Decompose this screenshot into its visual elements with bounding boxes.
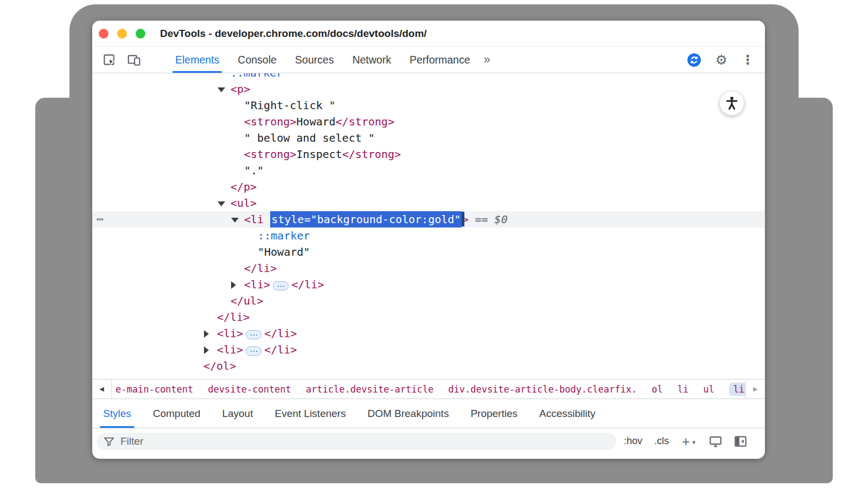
filter-input[interactable]: [120, 435, 610, 447]
tree-seg-tag: <strong>: [244, 115, 296, 128]
expand-arrow-icon[interactable]: [204, 330, 209, 338]
breadcrumb-item[interactable]: ul: [703, 384, 714, 395]
kebab-menu-icon[interactable]: ⋮: [742, 53, 754, 67]
panel-tab-accessibility[interactable]: Accessibility: [528, 399, 606, 428]
panel-tab-event-listeners[interactable]: Event Listeners: [264, 399, 356, 428]
tree-seg-text: " below and select ": [244, 131, 375, 144]
tree-row[interactable]: </li>: [92, 260, 765, 276]
inline-expand-icon[interactable]: …: [273, 281, 289, 290]
collapse-arrow-icon[interactable]: [231, 218, 239, 223]
breadcrumb-bar: ◀ e-main-contentdevsite-contentarticle.d…: [92, 379, 765, 399]
breadcrumb-item[interactable]: devsite-content: [208, 384, 291, 395]
tree-row[interactable]: "Howard": [92, 244, 765, 260]
accessibility-person-icon: [724, 96, 739, 111]
row-more-actions-icon[interactable]: …: [97, 208, 104, 225]
inline-expand-icon[interactable]: …: [246, 346, 261, 356]
zoom-button[interactable]: [136, 29, 145, 39]
filter-field[interactable]: [97, 433, 616, 450]
tree-seg-tag: <ul>: [231, 197, 257, 210]
tree-row[interactable]: <strong>Inspect</strong>: [92, 146, 765, 162]
tree-seg-attr-selected[interactable]: style="background-color:gold": [270, 211, 462, 227]
toolbar-tab-elements[interactable]: Elements: [166, 47, 228, 73]
inspect-element-icon[interactable]: [102, 53, 116, 67]
toolbar-right: ⚙ ⋮: [687, 52, 754, 68]
devtools-window: DevTools - developer.chrome.com/docs/dev…: [92, 21, 765, 459]
breadcrumb-item-selected[interactable]: li: [729, 383, 745, 396]
toggle-hover-state-button[interactable]: :hov: [624, 435, 642, 447]
tree-row[interactable]: <ul>: [92, 195, 765, 211]
tree-seg-text: Inspect: [296, 148, 342, 161]
tree-seg-tag: </strong>: [342, 148, 401, 161]
tree-row-selected[interactable]: …<li style="background-color:gold"> == $…: [92, 211, 765, 227]
tree-row[interactable]: </li>: [92, 309, 765, 325]
inline-expand-icon[interactable]: …: [246, 330, 261, 339]
tree-seg-text: "Howard": [258, 245, 310, 258]
tree-seg-text: "Right-click ": [244, 99, 336, 112]
accessibility-button[interactable]: [719, 91, 744, 116]
breadcrumb-item[interactable]: article.devsite-article: [306, 384, 433, 395]
tree-seg-tag: </ol>: [203, 359, 236, 372]
tree-seg-dollar: $0: [495, 213, 508, 226]
toggle-class-button[interactable]: .cls: [654, 435, 669, 447]
tree-seg-pseudo: ::marker: [258, 229, 310, 242]
tree-row[interactable]: <li>…</li>: [92, 276, 765, 293]
collapse-arrow-icon[interactable]: [218, 87, 225, 92]
tree-seg-tag: <li>: [217, 327, 243, 340]
toolbar-tab-sources[interactable]: Sources: [286, 47, 343, 73]
panel-tab-styles[interactable]: Styles: [92, 399, 142, 428]
device-toolbar-icon[interactable]: [127, 53, 141, 67]
tree-row[interactable]: ".": [92, 162, 765, 179]
breadcrumb-item[interactable]: e-main-content: [116, 384, 193, 395]
tree-seg-tag: <li>: [244, 278, 270, 291]
tree-row[interactable]: <strong>Howard</strong>: [92, 113, 765, 130]
tree-row[interactable]: <li>…</li>: [92, 325, 765, 342]
tree-seg-tag: <p>: [231, 83, 250, 96]
expand-arrow-icon[interactable]: [231, 281, 236, 289]
breadcrumb-scroll-right-icon[interactable]: ▶: [745, 380, 765, 399]
plus-caret-icon: ▾: [693, 437, 695, 448]
tree-row[interactable]: </p>: [92, 179, 765, 195]
breadcrumb-item[interactable]: div.devsite-article-body.clearfix.: [448, 384, 637, 395]
page-canvas: DevTools - developer.chrome.com/docs/dev…: [0, 0, 868, 493]
collapse-arrow-icon[interactable]: [218, 201, 225, 206]
close-button[interactable]: [99, 29, 108, 39]
toolbar-tab-performance[interactable]: Performance: [400, 47, 480, 73]
tree-seg-eq: ==: [468, 213, 494, 226]
tree-seg-tag: </li>: [291, 278, 324, 291]
tree-seg-text: ".": [244, 164, 264, 177]
breadcrumb-item[interactable]: ol: [652, 384, 662, 395]
toolbar-tab-network[interactable]: Network: [343, 47, 400, 73]
panel-tab-computed[interactable]: Computed: [142, 399, 212, 428]
tree-row[interactable]: </ul>: [92, 293, 765, 309]
tree-row[interactable]: "Right-click ": [92, 97, 765, 113]
expand-arrow-icon[interactable]: [204, 346, 209, 354]
tree-row[interactable]: <li>…</li>: [92, 342, 765, 358]
sidebar-toggle-icon[interactable]: [733, 434, 748, 448]
tree-seg-tag: <li: [244, 213, 270, 226]
tree-seg-tag: </p>: [231, 180, 257, 193]
more-tabs-button[interactable]: »: [484, 53, 490, 67]
new-style-rule-button[interactable]: +▾: [682, 436, 690, 447]
devtools-toolbar: ElementsConsoleSourcesNetworkPerformance…: [92, 47, 765, 73]
tree-row[interactable]: ::marker: [92, 73, 765, 81]
toolbar-tabs: ElementsConsoleSourcesNetworkPerformance: [166, 47, 480, 73]
gear-icon[interactable]: ⚙: [716, 52, 727, 68]
breadcrumb-item[interactable]: li: [678, 384, 688, 395]
tree-row[interactable]: <p>: [92, 81, 765, 97]
tree-row[interactable]: ::marker: [92, 227, 765, 244]
panel-tab-layout[interactable]: Layout: [211, 399, 264, 428]
panel-tab-dom-breakpoints[interactable]: DOM Breakpoints: [356, 399, 459, 428]
tree-seg-tag: <li>: [217, 343, 243, 356]
dom-tree: ::marker<p>"Right-click "<strong>Howard<…: [92, 73, 765, 379]
breadcrumb-scroll-left-icon[interactable]: ◀: [92, 380, 112, 399]
tree-seg-tag: </strong>: [336, 115, 394, 128]
tree-row[interactable]: </ol>: [92, 358, 765, 374]
panel-tab-properties[interactable]: Properties: [459, 399, 528, 428]
tree-row[interactable]: " below and select ": [92, 130, 765, 146]
minimize-button[interactable]: [117, 29, 127, 39]
toolbar-tab-console[interactable]: Console: [228, 47, 286, 73]
sync-icon[interactable]: [687, 53, 701, 67]
tree-seg-tag: </li>: [244, 262, 277, 275]
monitor-icon[interactable]: [709, 434, 723, 448]
filter-bar: :hov .cls +▾: [92, 428, 765, 454]
